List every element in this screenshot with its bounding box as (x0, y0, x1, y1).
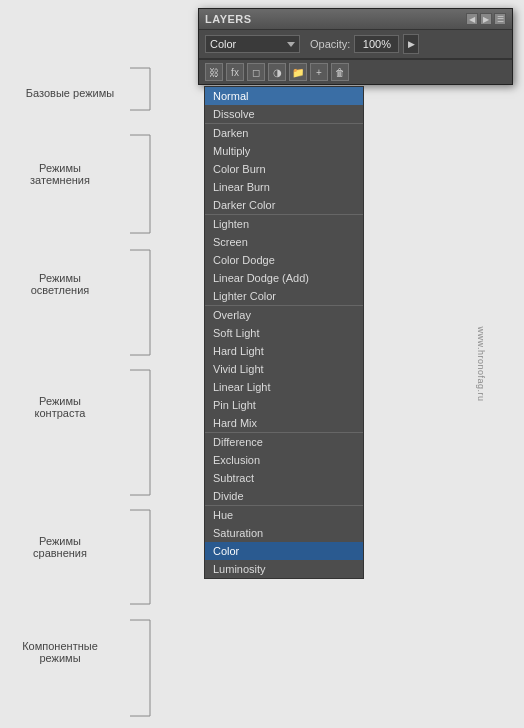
dropdown-item-hue[interactable]: Hue (205, 506, 363, 524)
panel-menu-btn[interactable]: ☰ (494, 13, 506, 25)
opacity-label: Opacity: (310, 38, 350, 50)
svg-text:Режимы: Режимы (39, 272, 81, 284)
dropdown-item-exclusion[interactable]: Exclusion (205, 451, 363, 469)
dropdown-item-normal[interactable]: Normal (205, 87, 363, 105)
blend-mode-dropdown[interactable]: Color (205, 35, 300, 53)
dropdown-section-lighten: Lighten Screen Color Dodge Linear Dodge … (205, 215, 363, 306)
mask-btn[interactable]: ◻ (247, 63, 265, 81)
dropdown-section-base: Normal Dissolve (205, 87, 363, 124)
brackets-svg: Базовые режимы Режимы затемнения Режимы … (0, 0, 200, 728)
dropdown-item-color-dodge[interactable]: Color Dodge (205, 251, 363, 269)
dropdown-item-darker-color[interactable]: Darker Color (205, 196, 363, 214)
dropdown-item-lighten[interactable]: Lighten (205, 215, 363, 233)
watermark: www.hronofag.ru (475, 326, 485, 401)
dropdown-item-lighter-color[interactable]: Lighter Color (205, 287, 363, 305)
dropdown-item-pin-light[interactable]: Pin Light (205, 396, 363, 414)
adjustment-btn[interactable]: ◑ (268, 63, 286, 81)
svg-text:Базовые режимы: Базовые режимы (26, 87, 114, 99)
panel-bottom-toolbar: ⛓ fx ◻ ◑ 📁 + 🗑 (199, 59, 512, 84)
panel-controls: ◀ ▶ ☰ (466, 13, 506, 25)
svg-text:затемнения: затемнения (30, 174, 90, 186)
opacity-stepper[interactable]: ▶ (403, 34, 419, 54)
dropdown-section-darken: Darken Multiply Color Burn Linear Burn D… (205, 124, 363, 215)
dropdown-item-color-burn[interactable]: Color Burn (205, 160, 363, 178)
dropdown-item-linear-light[interactable]: Linear Light (205, 378, 363, 396)
new-layer-btn[interactable]: + (310, 63, 328, 81)
blend-mode-value: Color (210, 38, 236, 50)
svg-text:Режимы: Режимы (39, 535, 81, 547)
layer-style-btn[interactable]: fx (226, 63, 244, 81)
dropdown-item-soft-light[interactable]: Soft Light (205, 324, 363, 342)
panel-expand-btn[interactable]: ▶ (480, 13, 492, 25)
svg-text:Режимы: Режимы (39, 395, 81, 407)
dropdown-item-vivid-light[interactable]: Vivid Light (205, 360, 363, 378)
dropdown-item-saturation[interactable]: Saturation (205, 524, 363, 542)
dropdown-item-color[interactable]: Color (205, 542, 363, 560)
dropdown-item-linear-dodge[interactable]: Linear Dodge (Add) (205, 269, 363, 287)
dropdown-item-overlay[interactable]: Overlay (205, 306, 363, 324)
layers-panel: LAYERS ◀ ▶ ☰ Color Opacity: 100% ▶ Norma… (198, 8, 513, 85)
dropdown-item-divide[interactable]: Divide (205, 487, 363, 505)
panel-toolbar: Color Opacity: 100% ▶ (199, 30, 512, 59)
group-btn[interactable]: 📁 (289, 63, 307, 81)
svg-text:Компонентные: Компонентные (22, 640, 98, 652)
blend-dropdown-arrow-icon (287, 42, 295, 47)
dropdown-section-component: Hue Saturation Color Luminosity (205, 506, 363, 578)
svg-text:Режимы: Режимы (39, 162, 81, 174)
dropdown-item-hard-light[interactable]: Hard Light (205, 342, 363, 360)
dropdown-item-subtract[interactable]: Subtract (205, 469, 363, 487)
opacity-input[interactable]: 100% (354, 35, 399, 53)
panel-titlebar: LAYERS ◀ ▶ ☰ (199, 9, 512, 30)
blend-mode-list[interactable]: Normal Dissolve Darken Multiply Color Bu… (204, 86, 364, 579)
dropdown-item-linear-burn[interactable]: Linear Burn (205, 178, 363, 196)
dropdown-item-dissolve[interactable]: Dissolve (205, 105, 363, 123)
dropdown-item-luminosity[interactable]: Luminosity (205, 560, 363, 578)
dropdown-item-hard-mix[interactable]: Hard Mix (205, 414, 363, 432)
dropdown-section-difference: Difference Exclusion Subtract Divide (205, 433, 363, 506)
dropdown-item-multiply[interactable]: Multiply (205, 142, 363, 160)
panel-collapse-btn[interactable]: ◀ (466, 13, 478, 25)
svg-text:осветления: осветления (31, 284, 90, 296)
svg-text:режимы: режимы (39, 652, 80, 664)
svg-text:сравнения: сравнения (33, 547, 87, 559)
dropdown-section-contrast: Overlay Soft Light Hard Light Vivid Ligh… (205, 306, 363, 433)
delete-layer-btn[interactable]: 🗑 (331, 63, 349, 81)
svg-text:контраста: контраста (35, 407, 87, 419)
dropdown-item-screen[interactable]: Screen (205, 233, 363, 251)
link-layers-btn[interactable]: ⛓ (205, 63, 223, 81)
dropdown-item-difference[interactable]: Difference (205, 433, 363, 451)
panel-title: LAYERS (205, 13, 252, 25)
dropdown-item-darken[interactable]: Darken (205, 124, 363, 142)
